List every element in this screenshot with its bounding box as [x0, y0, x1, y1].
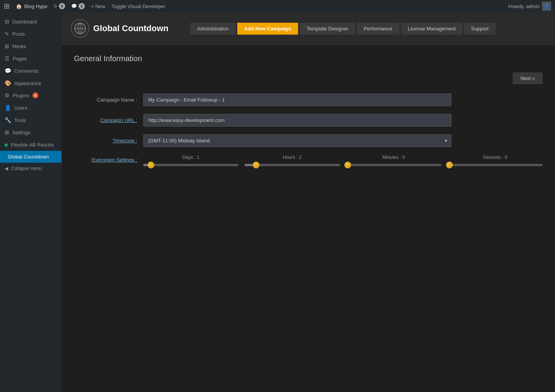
- plugin-header: Global Countdown AdministrationAdd New C…: [62, 12, 555, 45]
- sidebar-item-label: Media: [12, 43, 26, 49]
- sidebar-item-label: Tools: [14, 117, 26, 123]
- sidebar-item-posts[interactable]: ✎Posts: [0, 28, 62, 40]
- sidebar-item-label: Settings: [12, 130, 30, 135]
- sidebar-item-label: Flexible AB Results: [11, 142, 54, 148]
- sidebar-item-pages[interactable]: ☰Pages: [0, 52, 62, 65]
- sidebar-item-media[interactable]: ⊞Media: [0, 40, 62, 52]
- collapse-icon: ◀: [5, 166, 8, 171]
- section-title: General Information: [74, 54, 543, 63]
- plugin-nav-support[interactable]: Support: [464, 23, 496, 35]
- campaign-name-input[interactable]: [143, 93, 451, 106]
- site-name[interactable]: 🏠 Blog Hype: [16, 3, 47, 9]
- users-icon: 👤: [5, 105, 11, 111]
- sidebar-item-plugins[interactable]: ⚙Plugins4: [0, 89, 62, 102]
- dashboard-icon: ⊟: [5, 18, 9, 25]
- slider-thumb-hours[interactable]: [253, 162, 260, 168]
- sidebar-item-label: Comments: [14, 68, 39, 74]
- slider-thumb-minutes[interactable]: [344, 162, 351, 168]
- sliders-container: Days : 1Hours : 2Minutes : 0Seconds : 0: [143, 155, 543, 166]
- campaign-url-input[interactable]: [143, 114, 451, 127]
- content-area: General Information Next » Campaign Name…: [62, 45, 555, 183]
- sidebar-item-users[interactable]: 👤Users: [0, 102, 62, 114]
- new-button[interactable]: + New: [91, 3, 105, 9]
- comments-icon: 💬: [71, 3, 77, 9]
- sidebar-item-label: Plugins: [13, 93, 29, 98]
- slider-thumb-days[interactable]: [148, 162, 154, 168]
- settings-icon: ⊞: [5, 129, 9, 135]
- slider-group-seconds: Seconds : 0: [448, 155, 543, 166]
- wp-logo-icon[interactable]: ⊞: [4, 2, 10, 10]
- pages-icon: ☰: [5, 55, 10, 62]
- updates-icon: ↻: [54, 3, 57, 9]
- timezone-select[interactable]: (GMT-11:00) Midway Island: [143, 134, 451, 147]
- sidebar: ⊟Dashboard✎Posts⊞Media☰Pages💬Comments🎨Ap…: [0, 12, 62, 392]
- appearance-icon: 🎨: [5, 80, 11, 86]
- site-icon: 🏠: [16, 3, 22, 9]
- slider-label-minutes: Minutes : 0: [346, 155, 441, 160]
- updates-count[interactable]: ↻ 9: [54, 3, 65, 9]
- sidebar-item-dashboard[interactable]: ⊟Dashboard: [0, 15, 62, 28]
- flexible-ab-icon: [5, 142, 8, 148]
- howdy-label: Howdy, admin 👤: [508, 2, 551, 11]
- plugin-nav-template-designer[interactable]: Template Designer: [300, 23, 355, 35]
- campaign-url-row: Campaign URL :: [74, 114, 451, 127]
- slider-label-hours: Hours : 2: [245, 155, 340, 160]
- slider-track-days: [143, 164, 238, 166]
- timezone-label[interactable]: Timezone :: [74, 138, 143, 143]
- campaign-name-label: Campaign Name :: [74, 97, 143, 103]
- plugin-logo-icon: [71, 19, 89, 38]
- campaign-name-row: Campaign Name :: [74, 93, 451, 106]
- plugin-logo-area: Global Countdown: [71, 19, 169, 38]
- timezone-row: Timezone : (GMT-11:00) Midway Island ▼: [74, 134, 451, 147]
- sidebar-item-tools[interactable]: 🔧Tools: [0, 114, 62, 126]
- slider-label-seconds: Seconds : 0: [448, 155, 543, 160]
- plugin-nav-administration[interactable]: Administration: [190, 23, 236, 35]
- campaign-url-label[interactable]: Campaign URL :: [74, 117, 143, 123]
- slider-label-days: Days : 1: [143, 155, 238, 160]
- plugins-icon: ⚙: [5, 92, 10, 98]
- slider-track-minutes: [346, 164, 441, 166]
- plugin-nav-add-new-campaign[interactable]: Add New Campaign: [237, 23, 298, 35]
- media-icon: ⊞: [5, 43, 9, 49]
- comments-count[interactable]: 💬 0: [71, 3, 85, 9]
- comments-icon: 💬: [5, 68, 11, 74]
- evergreen-settings-label[interactable]: Evergreen Settings :: [74, 155, 143, 163]
- sidebar-item-label: Global Countdown: [8, 154, 49, 160]
- posts-icon: ✎: [5, 31, 9, 37]
- slider-group-days: Days : 1: [143, 155, 238, 166]
- top-actions: Next »: [74, 72, 543, 84]
- sidebar-item-label: Posts: [12, 31, 25, 37]
- admin-bar: ⊞ 🏠 Blog Hype ↻ 9 💬 0 + New Toggle Visua…: [0, 0, 555, 12]
- slider-group-hours: Hours : 2: [245, 155, 340, 166]
- tools-icon: 🔧: [5, 117, 11, 123]
- collapse-menu-button[interactable]: ◀ Collapse menu: [0, 163, 62, 174]
- plugins-badge: 4: [32, 92, 39, 98]
- sidebar-item-label: Users: [14, 105, 27, 111]
- sidebar-item-label: Dashboard: [12, 19, 37, 25]
- sidebar-item-comments[interactable]: 💬Comments: [0, 65, 62, 77]
- plugin-nav-performance[interactable]: Performance: [357, 23, 399, 35]
- plugin-nav-license-management[interactable]: License Management: [401, 23, 463, 35]
- slider-track-hours: [245, 164, 340, 166]
- plugin-nav: AdministrationAdd New CampaignTemplate D…: [190, 23, 496, 35]
- sidebar-item-settings[interactable]: ⊞Settings: [0, 126, 62, 138]
- sidebar-item-label: Pages: [13, 56, 27, 62]
- sidebar-item-appearance[interactable]: 🎨Appearance: [0, 77, 62, 89]
- sidebar-item-label: Appearance: [14, 80, 41, 86]
- slider-group-minutes: Minutes : 0: [346, 155, 441, 166]
- evergreen-settings-row: Evergreen Settings : Days : 1Hours : 2Mi…: [74, 155, 543, 166]
- toggle-visual-dev-button[interactable]: Toggle Visual Developer: [111, 3, 165, 9]
- sidebar-item-flexible-ab[interactable]: Flexible AB Results: [0, 138, 62, 151]
- flexible-ab-dot: [5, 143, 8, 147]
- main-content: Global Countdown AdministrationAdd New C…: [62, 12, 555, 392]
- avatar[interactable]: 👤: [542, 2, 551, 11]
- slider-track-seconds: [448, 164, 543, 166]
- next-button[interactable]: Next »: [513, 72, 543, 84]
- slider-thumb-seconds[interactable]: [446, 162, 453, 168]
- plugin-title: Global Countdown: [93, 23, 169, 33]
- sidebar-item-global-countdown[interactable]: Global Countdown: [0, 151, 62, 163]
- timezone-select-wrapper: (GMT-11:00) Midway Island ▼: [143, 134, 451, 147]
